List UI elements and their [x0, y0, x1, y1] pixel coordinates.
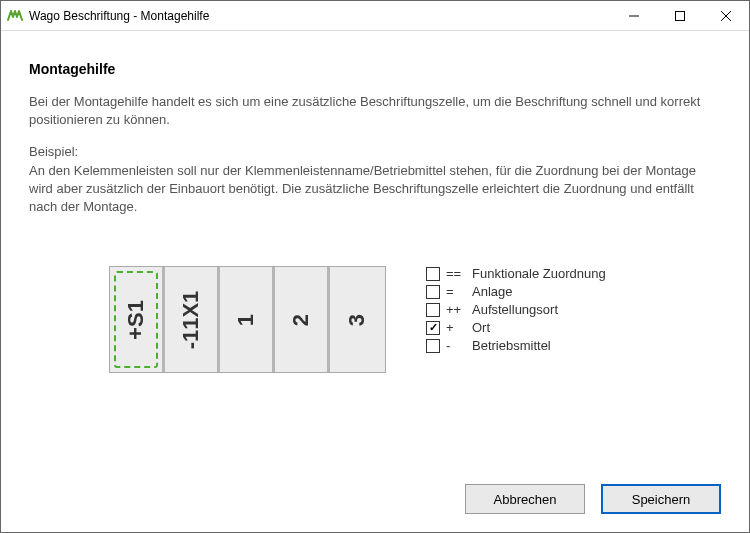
strip-cell: 3	[330, 267, 385, 372]
strip-cell: 2	[275, 267, 330, 372]
window-controls	[611, 1, 749, 30]
save-button[interactable]: Speichern	[601, 484, 721, 514]
check-symbol: +	[446, 320, 466, 335]
intro-paragraph: Bei der Montagehilfe handelt es sich um …	[29, 93, 721, 129]
strip-cell-highlight: +S1	[110, 267, 165, 372]
strip-label-3: 2	[288, 314, 314, 326]
check-label: Betriebsmittel	[472, 338, 551, 353]
strip-label-4: 3	[345, 314, 371, 326]
example-text: An den Kelemmenleisten soll nur der Klem…	[29, 163, 696, 214]
page-heading: Montagehilfe	[29, 61, 721, 77]
check-symbol: =	[446, 284, 466, 299]
check-label: Aufstellungsort	[472, 302, 558, 317]
checkbox-group: == Funktionale Zuordnung = Anlage ++ Auf…	[426, 266, 606, 353]
window-title: Wago Beschriftung - Montagehilfe	[29, 9, 611, 23]
strip-label-1: -11X1	[178, 290, 204, 349]
cancel-button[interactable]: Abbrechen	[465, 484, 585, 514]
highlight-frame: +S1	[114, 271, 158, 368]
check-symbol: -	[446, 338, 466, 353]
check-aufstellungsort[interactable]: ++ Aufstellungsort	[426, 302, 606, 317]
check-anlage[interactable]: = Anlage	[426, 284, 606, 299]
checkbox-icon	[426, 339, 440, 353]
example-area: +S1 -11X1 1 2 3 == Funktionale Zuordnung	[29, 266, 721, 373]
check-symbol: ++	[446, 302, 466, 317]
check-symbol: ==	[446, 266, 466, 281]
check-label: Anlage	[472, 284, 512, 299]
check-betriebsmittel[interactable]: - Betriebsmittel	[426, 338, 606, 353]
label-strip: +S1 -11X1 1 2 3	[109, 266, 386, 373]
svg-rect-1	[676, 11, 685, 20]
strip-cell: 1	[220, 267, 275, 372]
maximize-button[interactable]	[657, 1, 703, 30]
checkbox-icon	[426, 321, 440, 335]
check-label: Funktionale Zuordnung	[472, 266, 606, 281]
close-button[interactable]	[703, 1, 749, 30]
strip-label-0: +S1	[123, 300, 149, 340]
checkbox-icon	[426, 267, 440, 281]
example-label: Beispiel:	[29, 144, 78, 159]
check-ort[interactable]: + Ort	[426, 320, 606, 335]
check-funktionale-zuordnung[interactable]: == Funktionale Zuordnung	[426, 266, 606, 281]
check-label: Ort	[472, 320, 490, 335]
checkbox-icon	[426, 303, 440, 317]
minimize-button[interactable]	[611, 1, 657, 30]
dialog-content: Montagehilfe Bei der Montagehilfe handel…	[1, 31, 749, 470]
titlebar: Wago Beschriftung - Montagehilfe	[1, 1, 749, 31]
dialog-footer: Abbrechen Speichern	[1, 470, 749, 532]
strip-cell: -11X1	[165, 267, 220, 372]
app-logo-icon	[7, 8, 23, 24]
example-paragraph: Beispiel: An den Kelemmenleisten soll nu…	[29, 143, 721, 216]
checkbox-icon	[426, 285, 440, 299]
strip-label-2: 1	[233, 314, 259, 326]
